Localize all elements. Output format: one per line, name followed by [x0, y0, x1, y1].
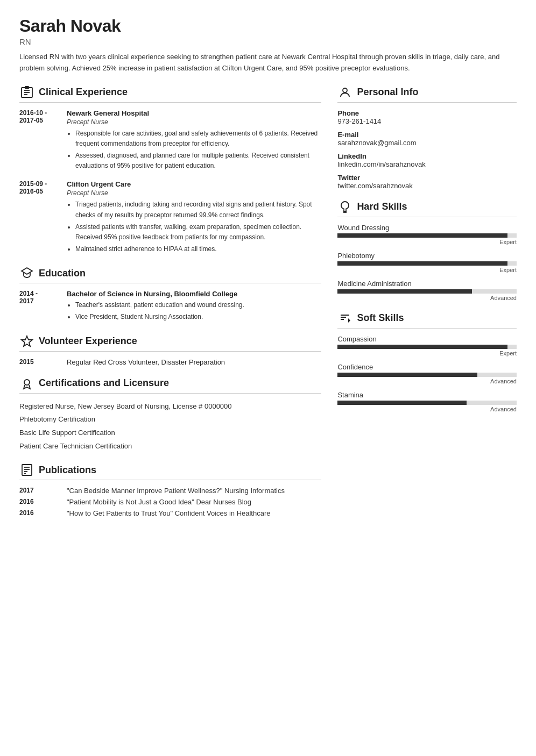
publications-title: Publications: [39, 465, 96, 476]
vol-text-1: Regular Red Cross Volunteer, Disaster Pr…: [67, 358, 225, 366]
clinical-role-1: Precept Nurse: [67, 118, 321, 126]
pub-entry-3: 2016 "How to Get Patients to Trust You" …: [19, 509, 321, 517]
pub-text-2: "Patient Mobility is Not Just a Good Ide…: [67, 498, 251, 506]
personal-info-icon: [337, 85, 352, 100]
bullet: Vice President, Student Nursing Associat…: [75, 312, 321, 322]
bullet: Assessed, diagnosed, and planned care fo…: [75, 151, 321, 171]
skill-level: Expert: [337, 239, 517, 245]
pub-entry-1: 2017 "Can Bedside Manner Improve Patient…: [19, 487, 321, 495]
clinical-entry-2: 2015-09 -2016-05 Clifton Urgent Care Pre…: [19, 180, 321, 256]
skill-name: Wound Dressing: [337, 224, 517, 232]
certifications-header: Certifications and Licensure: [19, 376, 321, 394]
skill-name: Confidence: [337, 363, 517, 371]
skill-bar-fill: [337, 373, 477, 377]
vol-year-1: 2015: [19, 358, 58, 366]
candidate-name: Sarah Novak: [19, 16, 517, 36]
skill-medicine-admin: Medicine Administration Advanced: [337, 280, 517, 301]
bullet: Triaged patients, including taking and r…: [75, 199, 321, 220]
cert-item-4: Patient Care Technician Certification: [19, 440, 321, 453]
personal-info-section: Personal Info Phone 973-261-1414 E-mail …: [337, 85, 517, 190]
pub-text-1: "Can Bedside Manner Improve Patient Well…: [67, 487, 285, 495]
pub-text-3: "How to Get Patients to Trust You" Confi…: [67, 509, 271, 517]
info-twitter: Twitter twitter.com/sarahznovak: [337, 174, 517, 190]
linkedin-value: linkedin.com/in/sarahznovak: [337, 160, 517, 168]
email-value: sarahznovak@gmail.com: [337, 139, 517, 147]
phone-label: Phone: [337, 109, 517, 117]
skill-bar-bg: [337, 345, 517, 349]
cert-item-3: Basic Life Support Certification: [19, 426, 321, 440]
svg-point-7: [24, 380, 30, 385]
certifications-title: Certifications and Licensure: [39, 377, 169, 389]
publications-section: Publications 2017 "Can Bedside Manner Im…: [19, 462, 321, 517]
phone-value: 973-261-1414: [337, 117, 517, 125]
email-label: E-mail: [337, 131, 517, 139]
clinical-role-2: Precept Nurse: [67, 189, 321, 197]
resume-header: Sarah Novak RN Licensed RN with two year…: [19, 16, 517, 74]
bullet: Responsible for care activities, goal an…: [75, 129, 321, 149]
clinical-dates-2: 2015-09 -2016-05: [19, 180, 58, 256]
skill-stamina: Stamina Advanced: [337, 391, 517, 412]
skill-phlebotomy: Phlebotomy Expert: [337, 252, 517, 273]
personal-info-header: Personal Info: [337, 85, 517, 103]
svg-point-13: [343, 88, 347, 92]
svg-marker-6: [22, 336, 32, 346]
edu-dates-1: 2014 -2017: [19, 290, 58, 324]
skill-level: Expert: [337, 267, 517, 273]
cert-item-1: Registered Nurse, New Jersey Board of Nu…: [19, 400, 321, 413]
certifications-icon: [19, 376, 34, 391]
clinical-bullets-2: Triaged patients, including taking and r…: [67, 199, 321, 254]
soft-skills-section: Soft Skills Compassion Expert Confidence…: [337, 311, 517, 412]
vol-entry-1: 2015 Regular Red Cross Volunteer, Disast…: [19, 358, 321, 366]
candidate-title: RN: [19, 37, 517, 46]
hard-skills-icon: [337, 199, 352, 215]
education-section: Education 2014 -2017 Bachelor of Science…: [19, 266, 321, 324]
candidate-summary: Licensed RN with two years clinical expe…: [19, 52, 517, 74]
clinical-org-1: Newark General Hospital: [67, 109, 321, 117]
info-linkedin: LinkedIn linkedin.com/in/sarahznovak: [337, 152, 517, 168]
edu-degree-1: Bachelor of Science in Nursing, Bloomfie…: [67, 290, 321, 298]
svg-marker-16: [348, 318, 350, 323]
volunteer-header: Volunteer Experience: [19, 334, 321, 352]
cert-list: Registered Nurse, New Jersey Board of Nu…: [19, 400, 321, 453]
clinical-experience-section: Clinical Experience 2016-10 -2017-05 New…: [19, 85, 321, 256]
skill-confidence: Confidence Advanced: [337, 363, 517, 384]
skill-bar-bg: [337, 261, 517, 266]
clinical-icon: [19, 85, 34, 100]
clinical-entry-1: 2016-10 -2017-05 Newark General Hospital…: [19, 109, 321, 173]
soft-skills-header: Soft Skills: [337, 311, 517, 329]
soft-skills-title: Soft Skills: [357, 312, 404, 324]
edu-entry-1: 2014 -2017 Bachelor of Science in Nursin…: [19, 290, 321, 324]
personal-info-title: Personal Info: [357, 87, 418, 98]
publications-icon: [19, 462, 34, 477]
education-icon: [19, 266, 34, 281]
hard-skills-header: Hard Skills: [337, 199, 517, 217]
left-column: Clinical Experience 2016-10 -2017-05 New…: [19, 85, 321, 527]
bullet: Teacher's assistant, patient education a…: [75, 300, 321, 310]
skill-name: Medicine Administration: [337, 280, 517, 288]
skill-level: Expert: [337, 350, 517, 356]
cert-item-2: Phlebotomy Certification: [19, 413, 321, 426]
education-header: Education: [19, 266, 321, 283]
edu-content-1: Bachelor of Science in Nursing, Bloomfie…: [67, 290, 321, 324]
linkedin-label: LinkedIn: [337, 152, 517, 160]
soft-skills-icon: [337, 311, 352, 326]
main-content: Clinical Experience 2016-10 -2017-05 New…: [19, 85, 517, 527]
pub-entry-2: 2016 "Patient Mobility is Not Just a Goo…: [19, 498, 321, 506]
twitter-value: twitter.com/sarahznovak: [337, 182, 517, 190]
right-column: Personal Info Phone 973-261-1414 E-mail …: [337, 85, 517, 422]
bullet: Maintained strict adherence to HIPAA at …: [75, 244, 321, 254]
skill-name: Stamina: [337, 391, 517, 399]
volunteer-section: Volunteer Experience 2015 Regular Red Cr…: [19, 334, 321, 366]
skill-bar-fill: [337, 401, 466, 405]
skill-bar-bg: [337, 289, 517, 294]
svg-marker-5: [22, 268, 32, 274]
skill-bar-bg: [337, 373, 517, 377]
skill-bar-fill: [337, 233, 507, 238]
pub-year-1: 2017: [19, 487, 58, 495]
skill-level: Advanced: [337, 295, 517, 301]
clinical-experience-header: Clinical Experience: [19, 85, 321, 103]
skill-compassion: Compassion Expert: [337, 335, 517, 356]
volunteer-icon: [19, 334, 34, 349]
clinical-experience-title: Clinical Experience: [39, 87, 128, 98]
twitter-label: Twitter: [337, 174, 517, 182]
